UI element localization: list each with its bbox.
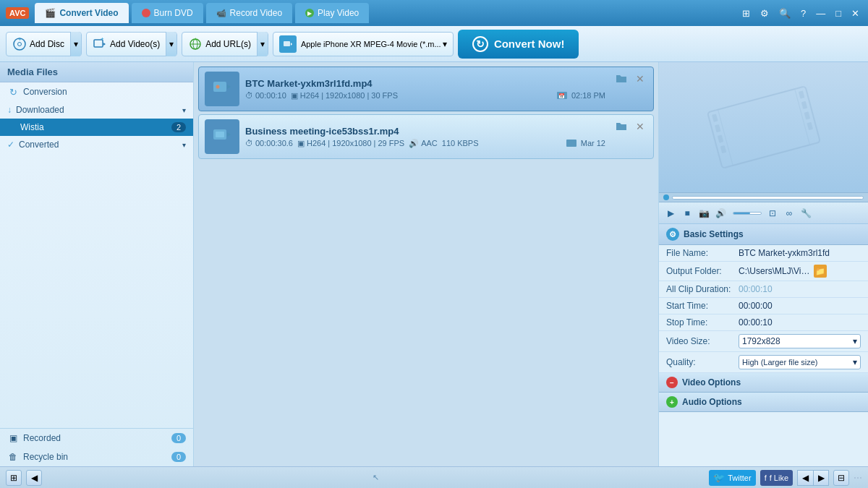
convert-now-label: Convert Now! bbox=[494, 38, 565, 50]
settings-row-starttime: Start Time: 00:00:00 bbox=[659, 298, 868, 314]
settings-row-quality: Quality: High (Larger file size) ▾ bbox=[659, 352, 868, 373]
toolbar: + Add Disc ▾ + Add Video(s) ▾ + Add URL(… bbox=[0, 26, 868, 62]
nav-prev-btn[interactable]: ◀ bbox=[797, 470, 813, 486]
starttime-value: 00:00:00 bbox=[739, 301, 861, 311]
file-folder-btn-1[interactable] bbox=[614, 72, 629, 86]
close-icon[interactable]: ✕ bbox=[848, 7, 862, 20]
file-name-2: Business meeting-ice53bss1r.mp4 bbox=[245, 126, 608, 137]
record-tab-icon: 📹 bbox=[216, 9, 226, 18]
file-info-2: Business meeting-ice53bss1r.mp4 ⏱ 00:00:… bbox=[245, 126, 608, 148]
file-folder-btn-2[interactable] bbox=[614, 119, 629, 134]
title-bar: AVC 🎬 Convert Video Burn DVD 📹 Record Vi… bbox=[0, 0, 868, 26]
tab-convert-video[interactable]: 🎬 Convert Video bbox=[35, 3, 128, 23]
svg-rect-19 bbox=[216, 132, 224, 137]
progress-bar[interactable] bbox=[659, 192, 868, 202]
file-thumb-1 bbox=[205, 72, 239, 106]
sidebar-converted-label: Converted bbox=[19, 140, 59, 150]
svg-rect-24 bbox=[717, 134, 723, 142]
file-item-1[interactable]: BTC Market-yxkm3rl1fd.mp4 ⏱ 00:00:10 ▣ H… bbox=[198, 67, 654, 111]
sidebar-item-recorded[interactable]: ▣ Recorded 0 bbox=[0, 429, 193, 448]
status-grid-btn[interactable]: ⊞ bbox=[6, 470, 22, 486]
tab-burn-dvd[interactable]: Burn DVD bbox=[132, 3, 203, 23]
sidebar-conversion-label: Conversion bbox=[23, 87, 67, 97]
screenshot-icon[interactable]: ⊡ bbox=[765, 206, 780, 221]
help-icon[interactable]: ? bbox=[798, 7, 809, 20]
minimize-icon[interactable]: — bbox=[813, 7, 828, 20]
grid-icon[interactable]: ⊞ bbox=[739, 7, 753, 20]
videosize-select[interactable]: 1792x828 ▾ bbox=[739, 334, 861, 348]
svg-marker-13 bbox=[227, 85, 231, 89]
burn-tab-icon bbox=[142, 9, 150, 17]
twitter-icon: 🐦 bbox=[713, 472, 725, 483]
facebook-button[interactable]: f f Like bbox=[760, 470, 793, 486]
sidebar-item-recycle[interactable]: 🗑 Recycle bin 0 bbox=[0, 448, 193, 466]
basic-settings-label: Basic Settings bbox=[684, 229, 744, 239]
file-close-btn-2[interactable]: ✕ bbox=[633, 119, 647, 134]
svg-rect-12 bbox=[213, 82, 226, 92]
convert-tab-label: Convert Video bbox=[59, 8, 118, 18]
status-back-btn[interactable]: ◀ bbox=[26, 470, 42, 486]
twitter-button[interactable]: 🐦 Twitter bbox=[709, 470, 755, 486]
format-selector[interactable]: Apple iPhone XR MPEG-4 Movie (*.m... ▾ bbox=[273, 32, 454, 56]
status-list-btn[interactable]: ⊟ bbox=[833, 470, 849, 486]
search-icon[interactable]: 🔍 bbox=[776, 7, 793, 20]
sidebar-item-converted[interactable]: ✓ Converted ▾ bbox=[0, 136, 193, 153]
audio-options-header[interactable]: + Audio Options bbox=[659, 393, 868, 412]
svg-text:📅: 📅 bbox=[558, 93, 565, 99]
file-close-btn-1[interactable]: ✕ bbox=[633, 72, 647, 86]
sidebar-footer: ▣ Recorded 0 🗑 Recycle bin 0 bbox=[0, 428, 193, 466]
svg-rect-21 bbox=[707, 86, 820, 168]
snapshot-button[interactable]: 📷 bbox=[697, 206, 711, 221]
file-codec-2: ▣ H264 | 1920x1080 | 29 FPS bbox=[297, 139, 404, 148]
video-options-header[interactable]: − Video Options bbox=[659, 373, 868, 393]
volume-slider[interactable] bbox=[733, 212, 762, 215]
video-add-icon: + bbox=[93, 37, 107, 51]
quality-select[interactable]: High (Larger file size) ▾ bbox=[739, 355, 861, 369]
folder-browse-button[interactable]: 📁 bbox=[814, 265, 827, 278]
sidebar: Media Files ↻ Conversion ↓ Downloaded ▾ … bbox=[0, 62, 194, 466]
file-actions-2: ✕ bbox=[614, 119, 647, 134]
duration-label: All Clip Duration: bbox=[666, 284, 739, 294]
progress-track[interactable] bbox=[672, 196, 864, 200]
svg-rect-27 bbox=[801, 101, 807, 109]
add-disc-button[interactable]: + Add Disc ▾ bbox=[6, 32, 82, 56]
nav-buttons: ◀ ▶ bbox=[797, 470, 829, 486]
sidebar-item-wistia[interactable]: Wistia 2 bbox=[0, 119, 193, 136]
basic-settings-header: ⚙ Basic Settings bbox=[659, 224, 868, 245]
twitter-label: Twitter bbox=[728, 474, 751, 482]
sidebar-item-downloaded[interactable]: ↓ Downloaded ▾ bbox=[0, 101, 193, 119]
filename-label: File Name: bbox=[666, 248, 739, 258]
play-button[interactable]: ▶ bbox=[663, 206, 678, 221]
convert-now-button[interactable]: ↻ Convert Now! bbox=[458, 30, 579, 59]
file-duration-1: ⏱ 00:00:10 bbox=[245, 91, 286, 100]
sidebar-item-conversion[interactable]: ↻ Conversion bbox=[0, 82, 193, 101]
converted-icon: ✓ bbox=[7, 140, 14, 150]
tool-icon[interactable]: 🔧 bbox=[799, 206, 813, 221]
app-logo: AVC bbox=[6, 7, 29, 19]
svg-rect-28 bbox=[804, 111, 809, 119]
wistia-badge: 2 bbox=[171, 122, 186, 132]
svg-point-14 bbox=[216, 85, 220, 89]
tab-record-video[interactable]: 📹 Record Video bbox=[206, 3, 293, 23]
tab-play-video[interactable]: ▶ Play Video bbox=[295, 3, 369, 23]
preview-area bbox=[659, 62, 868, 192]
file-codec-1: ▣ H264 | 1920x1080 | 30 FPS bbox=[291, 91, 398, 100]
folder-label: Output Folder: bbox=[666, 266, 739, 276]
file-name-1: BTC Market-yxkm3rl1fd.mp4 bbox=[245, 78, 608, 89]
add-video-button[interactable]: + Add Video(s) ▾ bbox=[86, 32, 177, 56]
nav-next-btn[interactable]: ▶ bbox=[813, 470, 829, 486]
add-url-arrow[interactable]: ▾ bbox=[257, 32, 268, 56]
format-dropdown-arrow: ▾ bbox=[443, 39, 447, 49]
quality-value: High (Larger file size) bbox=[742, 358, 818, 367]
svg-text:+: + bbox=[101, 38, 104, 42]
film-reel-graphic bbox=[706, 84, 822, 171]
add-video-arrow[interactable]: ▾ bbox=[166, 32, 176, 56]
file-item-2[interactable]: Business meeting-ice53bss1r.mp4 ⏱ 00:00:… bbox=[198, 114, 654, 159]
add-disc-arrow[interactable]: ▾ bbox=[70, 32, 81, 56]
add-url-button[interactable]: + Add URL(s) ▾ bbox=[182, 32, 268, 56]
stop-button[interactable]: ■ bbox=[680, 206, 694, 221]
settings-icon[interactable]: ⚙ bbox=[757, 7, 772, 20]
format-icon bbox=[279, 35, 297, 53]
loop-icon[interactable]: ∞ bbox=[782, 206, 796, 221]
maximize-icon[interactable]: □ bbox=[833, 7, 844, 20]
